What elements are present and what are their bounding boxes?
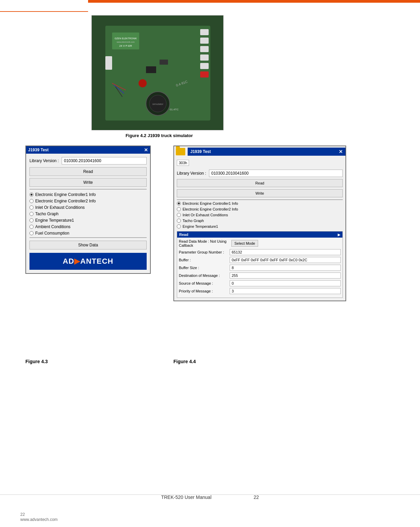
radio-label-44-1: Electronic Engine Controller2 Info (183, 207, 238, 211)
source-message-label: Source of Message : (179, 281, 230, 285)
fig44-body: 303h Library Version : 010300.2010041600… (174, 157, 345, 301)
radio-circle-44-1 (177, 207, 181, 211)
manual-text: TREK-520 User Manual (161, 495, 212, 500)
radio-item-5[interactable]: Ambient Conditions (29, 224, 147, 229)
read-data-mode-row: Read Data Mode : Not Using Callback Sele… (179, 239, 341, 247)
fig44-window: J1939 Test ✕ 303h Library Version : 0103… (173, 146, 346, 301)
radio-item-44-2[interactable]: Inlet Or Exhaust Conditions (177, 213, 343, 217)
radio-label-6: Fuel Comsumption (35, 231, 69, 236)
fig43-titlebar: J1939 Test ✕ (26, 146, 150, 154)
dest-message-label: Destination of Message : (179, 273, 230, 278)
footer-page-bottom: 22 (20, 512, 25, 517)
radio-label-2: Inlet Or Exhaust Conditions (35, 205, 85, 210)
fig43-body: Library Version : 010300.2010041600 Read… (26, 154, 150, 273)
fig44-title: J1939 Test (190, 149, 211, 154)
radio-item-1[interactable]: Electronic Engine Controller2 Info (29, 199, 147, 203)
svg-rect-6 (200, 29, 209, 35)
radio-label-44-2: Inlet Or Exhaust Conditions (183, 213, 228, 217)
buffer-value: 0xFF 0xFF 0xFF 0xFF 0xFF 0xFF 0xC0 0x2C (230, 257, 341, 263)
svg-rect-9 (200, 54, 209, 61)
radio-item-3[interactable]: Tacho Graph (29, 212, 147, 216)
priority-message-value: 3 (230, 288, 341, 294)
radio-item-4[interactable]: Engine Temperature1 (29, 218, 147, 223)
buffer-size-row: Buffer Size : 8 (179, 265, 341, 271)
svg-text:24 V P-ER: 24 V P-ER (119, 44, 132, 47)
figure43-label: Figure 4.3 (25, 359, 48, 364)
radio-item-44-3[interactable]: Tacho Graph (177, 219, 343, 223)
svg-rect-10 (200, 63, 209, 69)
source-message-value: 0 (230, 280, 341, 286)
dest-message-row: Destination of Message : 255 (179, 272, 341, 279)
radio-item-2[interactable]: Inlet Or Exhaust Conditions (29, 205, 147, 210)
read-section-body: Read Data Mode : Not Using Callback Sele… (177, 238, 342, 298)
figure44-label: Figure 4.4 (173, 359, 196, 364)
read-button-44[interactable]: Read (177, 179, 343, 187)
radio-item-44-0[interactable]: Electronic Engine Controller1 Info (177, 201, 343, 205)
read-section-title: Read ▶ (177, 232, 342, 238)
radio-circle-2 (29, 205, 34, 210)
figure42-caption: Figure 4.2 J1939 truck simulator (91, 133, 227, 138)
buffer-size-label: Buffer Size : (179, 266, 230, 270)
radio-circle-44-0 (177, 201, 181, 205)
read-section-label: Read (179, 233, 188, 237)
radio-circle-3 (29, 212, 34, 216)
lib-label-43: Library Version : (29, 158, 59, 163)
logo-text: AD▶ANTECH (63, 257, 113, 265)
read-data-mode-label: Read Data Mode : Not Using Callback (179, 239, 230, 247)
source-message-row: Source of Message : 0 (179, 280, 341, 286)
param-group-row: Parameter Group Number : 65132 (179, 249, 341, 255)
svg-rect-18 (160, 60, 168, 65)
fig43-window: J1939 Test ✕ Library Version : 010300.20… (25, 146, 151, 274)
read-button-43[interactable]: Read (29, 167, 147, 176)
fig43-close-icon[interactable]: ✕ (144, 147, 148, 153)
section-divider-44 (177, 199, 343, 200)
advantech-logo: AD▶ANTECH (29, 253, 147, 270)
radio-circle-44-4 (177, 224, 181, 228)
radio-item-0[interactable]: Electronic Engine Controller1 Info (29, 192, 147, 197)
buffer-size-value: 8 (230, 265, 341, 271)
footer-manual: TREK-520 User Manual 22 (0, 495, 420, 500)
svg-text:simulator: simulator (152, 103, 164, 106)
divider2-43 (29, 237, 147, 238)
radio-label-44-4: Engine Temperature1 (183, 224, 218, 228)
svg-text:01.4TC: 01.4TC (170, 108, 178, 111)
radio-label-44-3: Tacho Graph (183, 219, 204, 223)
folder-icon (176, 148, 185, 155)
lib-version-row-43: Library Version : 010300.2010041600 (29, 157, 147, 164)
dest-message-value: 255 (230, 272, 341, 279)
fig44-close-icon[interactable]: ✕ (339, 149, 343, 154)
radio-item-44-1[interactable]: Electronic Engine Controller2 Info (177, 207, 343, 211)
radio-label-5: Ambient Conditions (35, 224, 70, 229)
radio-label-44-0: Electronic Engine Controller1 Info (183, 201, 238, 205)
svg-text:GZEN ELEKTRONIK: GZEN ELEKTRONIK (114, 37, 137, 40)
svg-rect-12 (105, 56, 112, 70)
show-data-button-43[interactable]: Show Data (29, 241, 147, 249)
radio-item-44-4[interactable]: Engine Temperature1 (177, 224, 343, 228)
write-button-43[interactable]: Write (29, 178, 147, 187)
select-mode-button[interactable]: Select Mode (231, 240, 258, 247)
read-section: Read ▶ Read Data Mode : Not Using Callba… (177, 231, 343, 298)
fig44-header-row: J1939 Test ✕ (174, 146, 345, 157)
radio-circle-44-2 (177, 213, 181, 217)
svg-rect-8 (200, 46, 209, 52)
lib-label-44: Library Version : (177, 171, 206, 176)
radio-item-6[interactable]: Fuel Comsumption (29, 231, 147, 236)
fig44-titlebar: J1939 Test ✕ (188, 148, 345, 156)
write-button-44[interactable]: Write (177, 189, 343, 197)
radio-circle-6 (29, 231, 34, 235)
buffer-row: Buffer : 0xFF 0xFF 0xFF 0xFF 0xFF 0xFF 0… (179, 257, 341, 263)
fig43-title: J1939 Test (28, 148, 49, 152)
svg-text:www.electronik.com: www.electronik.com (116, 41, 134, 43)
lib-version-row-44: Library Version : 010300.2010041600 (177, 170, 343, 177)
radio-group-44: Electronic Engine Controller1 Info Elect… (177, 201, 343, 228)
svg-point-16 (139, 79, 147, 87)
radio-circle-0 (29, 193, 34, 197)
buffer-label: Buffer : (179, 258, 230, 262)
counter-badge: 303h (177, 160, 189, 166)
priority-message-row: Priority of Message : 3 (179, 288, 341, 294)
radio-circle-1 (29, 199, 34, 203)
radio-circle-4 (29, 218, 34, 222)
radio-label-4: Engine Temperature1 (35, 218, 74, 223)
svg-rect-11 (200, 71, 209, 78)
radio-label-1: Electronic Engine Controller2 Info (35, 199, 96, 203)
